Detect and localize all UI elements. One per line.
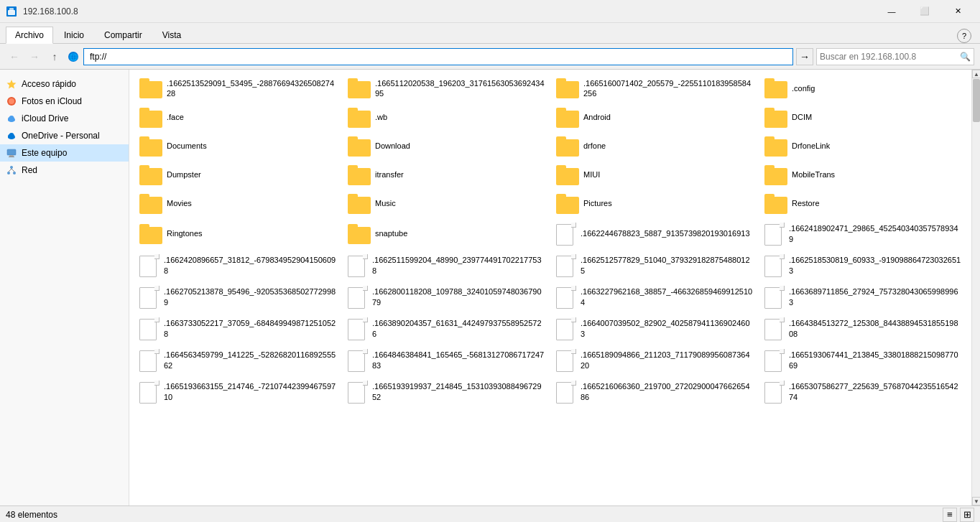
folder-item[interactable]: Restore — [760, 191, 966, 217]
file-item[interactable]: .1665216066360_219700_272029000476626548… — [552, 378, 757, 406]
folder-item[interactable]: Documents — [135, 134, 341, 159]
main-layout: Acceso rápido Fotos en iCloud iCloud D — [0, 70, 980, 505]
folder-item[interactable]: .config — [760, 75, 966, 102]
maximize-button[interactable]: ⬜ — [908, 0, 941, 23]
file-item[interactable]: .1665193919937_214845_153103930884967295… — [343, 378, 549, 406]
help-button[interactable]: ? — [957, 29, 971, 43]
item-count: 48 elementos — [6, 510, 57, 520]
file-item[interactable]: .1663227962168_38857_-466326859469912510… — [552, 283, 757, 312]
folder-item[interactable]: Android — [552, 105, 757, 131]
up-button[interactable]: ↑ — [46, 48, 63, 65]
file-label: .1665193663155_214746_-72107442399467597… — [164, 381, 336, 402]
folder-icon — [556, 136, 579, 157]
file-item[interactable]: .1662705213878_95496_-920535368502772998… — [135, 283, 341, 312]
folder-label: snaptube — [375, 228, 407, 238]
folder-item[interactable]: Dumpster — [135, 162, 341, 188]
document-icon — [764, 286, 785, 309]
file-item[interactable]: .1665193067441_213845_338018882150987706… — [760, 346, 966, 375]
folder-item[interactable]: drfone — [552, 134, 757, 159]
folder-item[interactable]: .1665160071402_205579_-22551101839585842… — [552, 75, 757, 102]
file-item[interactable]: .1663890204357_61631_4424979375589525726 — [343, 314, 549, 343]
network-icon — [6, 164, 17, 176]
folder-icon — [764, 78, 787, 98]
file-item[interactable]: .1663689711856_27924_7573280430659989963 — [760, 283, 966, 312]
file-item[interactable]: .1665193663155_214746_-72107442399467597… — [135, 378, 341, 406]
tab-inicio[interactable]: Inicio — [55, 27, 93, 43]
scroll-down-arrow[interactable]: ▼ — [972, 497, 980, 505]
file-item[interactable]: .1665189094866_211203_711790899560873642… — [552, 346, 757, 375]
sidebar-item-acceso-rapido[interactable]: Acceso rápido — [0, 75, 129, 93]
file-item[interactable]: .1662512577829_51040_3793291828754880125 — [552, 251, 757, 280]
folder-item[interactable]: .1662513529091_53495_-288766943265082742… — [135, 75, 341, 102]
file-item[interactable]: .1662244678823_5887_9135739820193016913 — [552, 220, 757, 248]
file-item[interactable]: .1662420896657_31812_-679834952904150609… — [135, 251, 341, 280]
window-controls[interactable]: — ⬜ ✕ — [875, 0, 974, 23]
file-item[interactable]: .1664384513272_125308_844388945318551980… — [760, 314, 966, 343]
ribbon: Archivo Inicio Compartir Vista ? — [0, 23, 980, 44]
file-item[interactable]: .1662511599204_48990_2397744917022177538 — [343, 251, 549, 280]
document-icon — [348, 286, 368, 309]
folder-item[interactable]: DCIM — [760, 105, 966, 131]
folder-item[interactable]: MIUI — [552, 162, 757, 188]
tab-archivo[interactable]: Archivo — [6, 27, 53, 44]
folder-item[interactable]: .wb — [343, 105, 549, 131]
tab-compartir[interactable]: Compartir — [95, 27, 152, 43]
folder-item[interactable]: MobileTrans — [760, 162, 966, 188]
forward-button[interactable]: → — [26, 48, 43, 65]
folder-item[interactable]: DrfoneLink — [760, 134, 966, 159]
folder-label: Documents — [167, 141, 207, 151]
folder-icon — [556, 194, 579, 214]
scroll-track[interactable] — [972, 78, 980, 497]
go-button[interactable]: → — [796, 48, 813, 65]
sidebar-item-este-equipo[interactable]: Este equipo — [0, 144, 129, 162]
scroll-thumb[interactable] — [973, 79, 980, 122]
folder-item[interactable]: Pictures — [552, 191, 757, 217]
search-input[interactable] — [820, 52, 960, 62]
folder-item[interactable]: itransfer — [343, 162, 549, 188]
scrollbar[interactable]: ▲ ▼ — [971, 70, 980, 505]
folder-item[interactable]: Download — [343, 134, 549, 159]
document-icon — [556, 349, 576, 372]
sidebar-item-onedrive[interactable]: OneDrive - Personal — [0, 127, 129, 144]
folder-item-ringtones[interactable]: Ringtones — [135, 220, 341, 248]
folder-icon — [348, 165, 371, 185]
folder-item[interactable]: .1665112020538_196203_317615630536924349… — [343, 75, 549, 102]
list-view-button[interactable]: ≡ — [943, 508, 957, 522]
back-button[interactable]: ← — [6, 48, 23, 65]
document-icon — [348, 254, 368, 277]
file-item[interactable]: .1664846384841_165465_-56813127086717247… — [343, 346, 549, 375]
status-bar: 48 elementos ≡ ⊞ — [0, 505, 980, 522]
folder-item[interactable]: Music — [343, 191, 549, 217]
folder-item[interactable]: .face — [135, 105, 341, 131]
sidebar-item-fotos-icloud[interactable]: Fotos en iCloud — [0, 93, 129, 110]
folder-icon — [348, 194, 371, 214]
folder-icon — [348, 224, 371, 244]
file-item[interactable]: .1665307586277_225639_576870442355165427… — [760, 378, 966, 406]
folder-label: .1662513529091_53495_-288766943265082742… — [167, 78, 336, 99]
document-icon — [764, 317, 785, 340]
file-item[interactable]: .1662800118208_109788_324010597480367907… — [343, 283, 549, 312]
tab-vista[interactable]: Vista — [153, 27, 190, 43]
folder-label: Pictures — [583, 198, 612, 208]
svg-rect-1 — [8, 10, 15, 15]
close-button[interactable]: ✕ — [941, 0, 974, 23]
file-item[interactable]: .1664563459799_141225_-52826820116892555… — [135, 346, 341, 375]
sidebar-item-icloud-drive[interactable]: iCloud Drive — [0, 110, 129, 127]
folder-item[interactable]: snaptube — [343, 220, 549, 248]
document-icon — [348, 317, 368, 340]
folder-icon — [556, 165, 579, 185]
minimize-button[interactable]: — — [875, 0, 908, 23]
file-item[interactable]: .1662518530819_60933_-919098864723032651… — [760, 251, 966, 280]
address-input[interactable] — [83, 48, 793, 65]
file-item[interactable]: .1663733052217_37059_-684849949871251052… — [135, 314, 341, 343]
grid-view-button[interactable]: ⊞ — [960, 508, 974, 522]
file-item[interactable]: .1664007039502_82902_4025879411369024603 — [552, 314, 757, 343]
folder-label: MobileTrans — [792, 169, 835, 180]
file-item[interactable]: .1662418902471_29865_4525403403575789349 — [760, 220, 966, 248]
scroll-up-arrow[interactable]: ▲ — [972, 70, 980, 78]
svg-line-22 — [9, 169, 11, 172]
sidebar-item-red[interactable]: Red — [0, 162, 129, 179]
folder-item[interactable]: Movies — [135, 191, 341, 217]
folder-label: itransfer — [375, 169, 404, 180]
sidebar-label-icloud-drive: iCloud Drive — [22, 113, 68, 123]
